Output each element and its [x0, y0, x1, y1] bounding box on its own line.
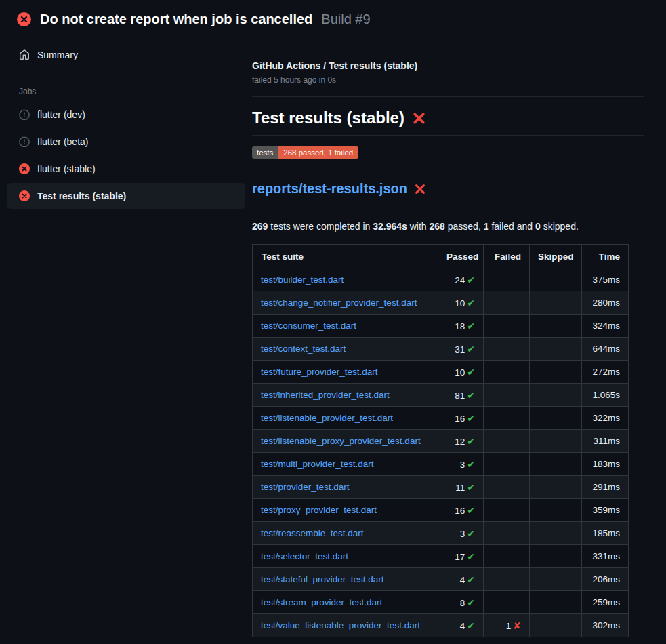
- failed-cell: [484, 476, 530, 499]
- passed-cell: 11✔: [438, 476, 484, 499]
- passed-cell: 4✔: [438, 568, 484, 591]
- table-header-row: Test suite Passed Failed Skipped Time: [253, 245, 629, 268]
- failed-cell: [484, 338, 530, 361]
- test-suite-link[interactable]: test/value_listenable_provider_test.dart: [261, 620, 420, 630]
- table-row: test/context_test.dart31✔644ms: [253, 338, 629, 361]
- test-suite-link[interactable]: test/inherited_provider_test.dart: [261, 390, 390, 400]
- time-cell: 206ms: [582, 568, 629, 591]
- passed-cell: 17✔: [438, 545, 484, 568]
- skipped-cell: [530, 568, 582, 591]
- time-cell: 291ms: [582, 476, 629, 499]
- skipped-cell: [530, 338, 582, 361]
- test-suite-link[interactable]: test/future_provider_test.dart: [261, 367, 378, 377]
- test-suite-link[interactable]: test/multi_provider_test.dart: [261, 459, 374, 469]
- sidebar-item-job-1[interactable]: flutter (beta): [7, 129, 245, 155]
- job-label: flutter (beta): [37, 136, 88, 147]
- skipped-cell: [530, 614, 582, 637]
- sidebar-summary-label: Summary: [37, 49, 78, 60]
- summary-passed: 268: [430, 221, 445, 232]
- stop-exclamation-icon: [19, 136, 30, 147]
- sidebar-item-summary[interactable]: Summary: [7, 42, 245, 68]
- jobs-section-label: Jobs: [19, 87, 252, 96]
- passed-cell: 18✔: [438, 315, 484, 338]
- check-mark-icon: ✔: [467, 551, 475, 562]
- column-header-time: Time: [582, 245, 629, 268]
- badge-label: tests: [252, 146, 278, 159]
- time-cell: 280ms: [582, 291, 629, 315]
- check-mark-icon: ✔: [467, 620, 475, 631]
- table-row: test/proxy_provider_test.dart16✔359ms: [253, 499, 629, 522]
- section-title: Test results (stable): [252, 108, 404, 127]
- skipped-cell: [530, 315, 582, 338]
- check-mark-icon: ✔: [467, 528, 475, 539]
- test-suite-cell: test/proxy_provider_test.dart: [253, 499, 438, 522]
- check-mark-icon: ✔: [467, 436, 475, 447]
- report-heading: reports/test-results.json: [252, 181, 644, 205]
- x-circle-fill-icon: [19, 163, 30, 174]
- check-mark-icon: ✔: [467, 597, 475, 608]
- check-mark-icon: ✔: [467, 505, 475, 516]
- passed-cell: 81✔: [438, 384, 484, 407]
- check-mark-icon: ✔: [467, 390, 475, 401]
- test-suite-link[interactable]: test/stream_provider_test.dart: [261, 597, 382, 607]
- skipped-cell: [530, 522, 582, 545]
- sidebar-item-job-0[interactable]: flutter (dev): [7, 102, 245, 127]
- table-row: test/inherited_provider_test.dart81✔1.06…: [253, 384, 629, 407]
- column-header-passed: Passed: [438, 245, 484, 268]
- table-row: test/stream_provider_test.dart8✔259ms: [253, 591, 629, 614]
- time-cell: 185ms: [582, 522, 629, 545]
- skipped-cell: [530, 268, 582, 291]
- summary-skipped: 0: [535, 221, 541, 232]
- time-cell: 644ms: [582, 338, 629, 361]
- test-suite-cell: test/listenable_proxy_provider_test.dart: [253, 430, 438, 453]
- time-cell: 183ms: [582, 453, 629, 476]
- test-suite-link[interactable]: test/selector_test.dart: [261, 551, 348, 561]
- test-suite-cell: test/multi_provider_test.dart: [253, 453, 438, 476]
- test-suite-link[interactable]: test/proxy_provider_test.dart: [261, 505, 377, 515]
- test-suite-link[interactable]: test/listenable_provider_test.dart: [261, 413, 393, 423]
- home-icon: [19, 49, 30, 60]
- skipped-cell: [530, 361, 582, 384]
- passed-cell: 3✔: [438, 522, 484, 545]
- passed-cell: 10✔: [438, 361, 484, 384]
- main-content: GitHub Actions / Test results (stable) f…: [252, 35, 666, 637]
- test-suite-link[interactable]: test/context_test.dart: [261, 344, 346, 354]
- cross-mark-icon: [412, 111, 426, 125]
- test-suite-link[interactable]: test/consumer_test.dart: [261, 321, 356, 331]
- column-header-test-suite: Test suite: [253, 245, 438, 268]
- table-row: test/builder_test.dart24✔375ms: [253, 268, 629, 291]
- test-suite-cell: test/value_listenable_provider_test.dart: [253, 614, 438, 637]
- test-suite-link[interactable]: test/listenable_proxy_provider_test.dart: [261, 436, 421, 446]
- test-suite-link[interactable]: test/builder_test.dart: [261, 275, 344, 285]
- column-header-failed: Failed: [484, 245, 530, 268]
- test-suite-link[interactable]: test/reassemble_test.dart: [261, 528, 364, 538]
- failed-cell: [484, 545, 530, 568]
- test-suite-cell: test/consumer_test.dart: [253, 315, 438, 338]
- skipped-cell: [530, 499, 582, 522]
- tests-badge: tests 268 passed, 1 failed: [252, 146, 358, 159]
- test-suite-cell: test/builder_test.dart: [253, 268, 438, 291]
- skipped-cell: [530, 430, 582, 453]
- passed-cell: 31✔: [438, 338, 484, 361]
- table-row: test/listenable_proxy_provider_test.dart…: [253, 430, 629, 453]
- passed-cell: 4✔: [438, 614, 484, 637]
- test-suite-cell: test/stream_provider_test.dart: [253, 591, 438, 614]
- passed-cell: 24✔: [438, 268, 484, 291]
- build-number: Build #9: [321, 12, 370, 27]
- check-mark-icon: ✔: [467, 574, 475, 585]
- skipped-cell: [530, 407, 582, 430]
- time-cell: 324ms: [582, 315, 629, 338]
- summary-total: 269: [252, 221, 268, 232]
- skipped-cell: [530, 476, 582, 499]
- test-suite-cell: test/selector_test.dart: [253, 545, 438, 568]
- test-suite-link[interactable]: test/stateful_provider_test.dart: [261, 574, 384, 584]
- column-header-skipped: Skipped: [530, 245, 582, 268]
- test-suite-link[interactable]: test/provider_test.dart: [261, 482, 350, 492]
- job-label: flutter (dev): [37, 109, 85, 120]
- report-title-link[interactable]: reports/test-results.json: [252, 181, 407, 197]
- sidebar-item-job-3[interactable]: Test results (stable): [7, 183, 245, 209]
- cross-mark-icon: ✘: [513, 620, 521, 631]
- test-suite-link[interactable]: test/change_notifier_provider_test.dart: [261, 298, 417, 308]
- sidebar-item-job-2[interactable]: flutter (stable): [7, 156, 245, 182]
- x-circle-fill-icon: [17, 12, 31, 26]
